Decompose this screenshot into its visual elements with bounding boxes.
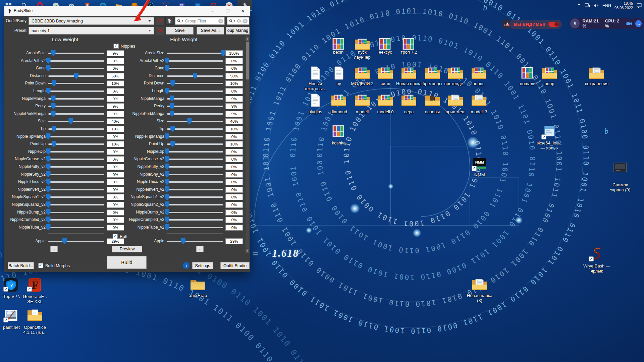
slider-value-areolasize-high[interactable]: 150% bbox=[225, 50, 243, 56]
slider-thumb-point-down-low[interactable] bbox=[52, 80, 56, 86]
slider-thumb-length-high[interactable] bbox=[165, 88, 169, 94]
slider-value-apple-high[interactable]: 29% bbox=[225, 238, 243, 244]
slider-track-point-up-low[interactable] bbox=[48, 143, 104, 145]
outfit-studio-button[interactable]: Outfit Studio bbox=[220, 262, 250, 269]
desktop-icon-novaya-papka-3[interactable]: Новая папка(3) bbox=[466, 278, 494, 304]
slider-track-nipplecrumpled_v2-high[interactable] bbox=[167, 219, 223, 221]
slider-track-nipplepuffy_v2-high[interactable] bbox=[167, 166, 223, 168]
slider-thumb-nippleshy_v2-high[interactable] bbox=[165, 171, 169, 178]
slider-track-nipplesquash1_v2-low[interactable] bbox=[48, 196, 104, 198]
slider-track-nipplemanga-high[interactable] bbox=[167, 98, 223, 100]
slider-track-areolapull_v2-high[interactable] bbox=[167, 60, 223, 62]
slider-value-nipplecrumpled_v2-high[interactable]: 0% bbox=[225, 217, 243, 223]
desktop-icon-trop-72[interactable]: троп 7.2 bbox=[395, 38, 423, 55]
slider-track-nippletipmanga-low[interactable] bbox=[48, 136, 104, 137]
scroll-up-icon[interactable]: ▲ bbox=[246, 37, 249, 41]
slider-thumb-nippletube_v2-low[interactable] bbox=[46, 224, 51, 231]
slider-thumb-nipplesquash2_v2-high[interactable] bbox=[165, 201, 169, 208]
slider-value-nippletipmanga-low[interactable]: 0% bbox=[107, 134, 124, 140]
slider-thumb-gone-low[interactable] bbox=[46, 65, 51, 71]
slider-track-nipplebump_v2-low[interactable] bbox=[48, 212, 104, 213]
desktop-icon-screenshot-8[interactable]: Снимокэкрана (8) bbox=[606, 162, 634, 193]
slider-value-gone-high[interactable]: 0% bbox=[225, 65, 243, 71]
copy-low-to-high-button[interactable]: → bbox=[50, 246, 58, 252]
slider-value-nipplethicc_v2-low[interactable]: 0% bbox=[107, 179, 124, 185]
slider-value-distance-low[interactable]: 50% bbox=[107, 73, 124, 79]
slider-track-tip-low[interactable] bbox=[48, 128, 104, 130]
desktop-icon-sohraneniya[interactable]: сохранения bbox=[583, 66, 611, 87]
slider-value-distance-high[interactable]: 50% bbox=[225, 73, 243, 79]
slider-thumb-nipplecrease_v2-low[interactable] bbox=[46, 156, 51, 162]
desktop-icon-openoffice[interactable]: OpenOffice4.1.11 (ru)... bbox=[21, 308, 49, 336]
slider-value-nippletipmanga-high[interactable]: 0% bbox=[225, 134, 243, 140]
slider-track-areolapull_v2-low[interactable] bbox=[48, 60, 104, 62]
slider-thumb-nippledip-high[interactable] bbox=[165, 148, 169, 155]
build-morphs-checkbox[interactable]: Build Morphs bbox=[38, 263, 70, 268]
slider-thumb-nipplecrumpled_v2-high[interactable] bbox=[165, 217, 169, 223]
slider-track-nippletube_v2-low[interactable] bbox=[48, 227, 104, 228]
slider-thumb-nippleinvert_v2-high[interactable] bbox=[165, 186, 169, 193]
slider-track-gone-high[interactable] bbox=[167, 68, 223, 69]
slider-track-length-high[interactable] bbox=[167, 90, 223, 92]
desktop-icon-koshka[interactable]: koshka bbox=[325, 125, 353, 146]
slider-value-nipplemanga-high[interactable]: 9% bbox=[225, 96, 243, 102]
slider-thumb-nippledip-low[interactable] bbox=[46, 148, 51, 155]
slider-thumb-gone-high[interactable] bbox=[165, 65, 169, 71]
desktop-icon-generatef[interactable]: F↗GenerateF...SE XXL bbox=[21, 278, 49, 305]
slider-thumb-nippleperkmanga-high[interactable] bbox=[170, 111, 174, 117]
slider-track-apple-low[interactable] bbox=[48, 241, 104, 242]
slider-value-length-high[interactable]: 0% bbox=[225, 88, 243, 94]
slider-value-point-up-low[interactable]: 10% bbox=[107, 141, 124, 147]
slider-value-nipplecrease_v2-low[interactable]: 0% bbox=[107, 156, 124, 162]
slider-value-nippleshy_v2-low[interactable]: 0% bbox=[107, 172, 124, 178]
slider-value-areolasize-low[interactable]: 9% bbox=[107, 50, 124, 56]
slider-value-point-up-high[interactable]: 10% bbox=[225, 141, 243, 147]
desktop-icon-nmm[interactable]: NMM↗NMM bbox=[466, 157, 494, 178]
slider-thumb-nipplesquash2_v2-low[interactable] bbox=[46, 201, 51, 208]
slider-track-nippleperkmanga-high[interactable] bbox=[167, 113, 223, 115]
slider-track-nipplesquash2_v2-high[interactable] bbox=[167, 204, 223, 205]
slider-thumb-nippleperkmanga-low[interactable] bbox=[51, 111, 56, 117]
slider-value-nippletube_v2-low[interactable]: 0% bbox=[107, 225, 124, 231]
slider-value-nipplecrumpled_v2-low[interactable]: 0% bbox=[107, 217, 124, 223]
slider-thumb-tip-low[interactable] bbox=[52, 126, 56, 132]
slider-track-point-up-high[interactable] bbox=[167, 143, 223, 145]
slider-track-apple-high[interactable] bbox=[167, 241, 223, 242]
slider-value-nipplethicc_v2-high[interactable]: 0% bbox=[225, 179, 243, 185]
slider-track-nippletube_v2-high[interactable] bbox=[167, 227, 223, 228]
slider-thumb-nipplesquash1_v2-low[interactable] bbox=[46, 194, 51, 200]
slider-thumb-nipplecrumpled_v2-low[interactable] bbox=[46, 217, 51, 223]
slider-track-size-low[interactable] bbox=[48, 121, 104, 122]
slider-thumb-nipplemanga-low[interactable] bbox=[51, 96, 56, 102]
slider-value-nipplesquash2_v2-low[interactable]: 0% bbox=[107, 202, 124, 208]
slider-track-nipplebump_v2-high[interactable] bbox=[167, 212, 223, 213]
slider-track-nippledip-high[interactable] bbox=[167, 151, 223, 153]
slider-thumb-nipplecrease_v2-high[interactable] bbox=[165, 156, 169, 162]
desktop-icon-modeli-3[interactable]: modeli 3 bbox=[465, 94, 493, 115]
record-camera-icon[interactable] bbox=[626, 20, 632, 27]
slider-value-nippledip-high[interactable]: 0% bbox=[225, 149, 243, 155]
batch-build-button[interactable]: Batch Build... bbox=[8, 262, 34, 269]
settings-button[interactable]: Settings bbox=[192, 262, 213, 269]
slider-value-nippledip-low[interactable]: 0% bbox=[107, 149, 124, 155]
slider-track-nippleshy_v2-high[interactable] bbox=[167, 174, 223, 175]
build-button[interactable]: Build bbox=[107, 256, 147, 269]
slider-value-nippleshy_v2-high[interactable]: 0% bbox=[225, 172, 243, 178]
slider-track-nipplesquash2_v2-low[interactable] bbox=[48, 204, 104, 205]
slider-track-nipplecrumpled_v2-low[interactable] bbox=[48, 219, 104, 221]
slider-value-nipplepuffy_v2-low[interactable]: 0% bbox=[107, 164, 124, 170]
slider-thumb-nippletipmanga-low[interactable] bbox=[46, 133, 51, 140]
slider-value-nipplesquash1_v2-high[interactable]: 0% bbox=[225, 194, 243, 200]
slider-value-nipplecrease_v2-high[interactable]: 0% bbox=[225, 156, 243, 162]
slider-value-nipplemanga-low[interactable]: 9% bbox=[107, 96, 124, 102]
slider-track-perky-high[interactable] bbox=[167, 106, 223, 107]
slider-thumb-nipplesquash1_v2-high[interactable] bbox=[165, 194, 169, 200]
scrollbar[interactable]: ▲ ▼ bbox=[246, 37, 249, 253]
slider-thumb-point-up-high[interactable] bbox=[170, 141, 175, 147]
slider-track-tip-high[interactable] bbox=[167, 128, 223, 130]
slider-track-point-down-low[interactable] bbox=[48, 83, 104, 84]
slider-value-perky-low[interactable]: 9% bbox=[107, 103, 124, 109]
preview-button[interactable]: Preview bbox=[112, 246, 142, 252]
slider-thumb-size-high[interactable] bbox=[187, 118, 192, 124]
slider-thumb-nipplepuffy_v2-high[interactable] bbox=[165, 164, 169, 170]
